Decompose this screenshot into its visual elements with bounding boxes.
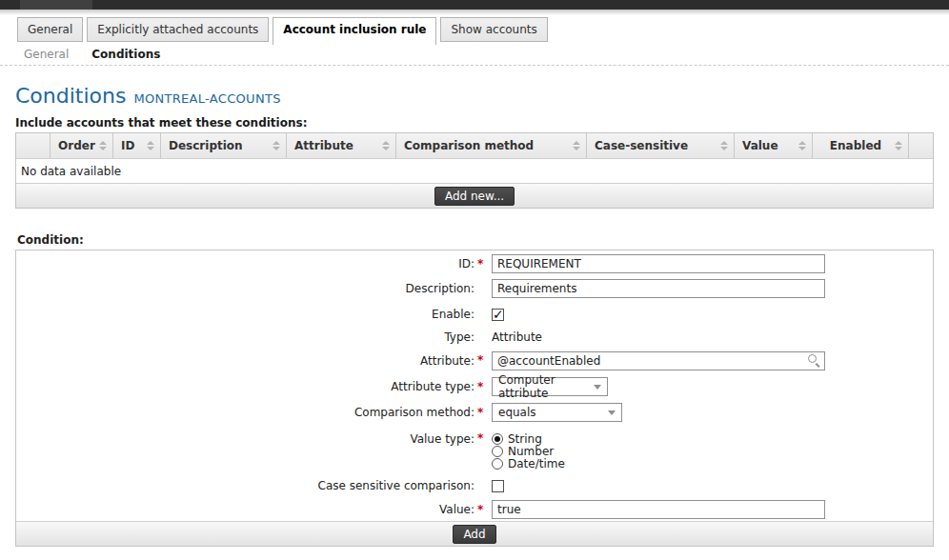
- id-input[interactable]: [492, 254, 825, 273]
- col-id-label: ID: [121, 139, 143, 152]
- col-order[interactable]: Order: [50, 133, 113, 158]
- form-row-attribute-type: Attribute type: * Computer attribute: [16, 377, 933, 396]
- required-asterisk: *: [474, 407, 492, 419]
- col-description-label: Description: [169, 139, 269, 152]
- comparison-method-select[interactable]: equals: [492, 403, 622, 422]
- comparison-method-label: Comparison method:: [16, 406, 474, 419]
- required-asterisk: *: [474, 381, 492, 393]
- col-order-label: Order: [58, 139, 95, 152]
- add-button[interactable]: Add: [453, 525, 495, 544]
- radio-label: Number: [508, 445, 554, 458]
- col-description[interactable]: Description: [161, 133, 287, 158]
- dashed-separator: [0, 65, 949, 66]
- radio-icon[interactable]: [492, 458, 503, 470]
- case-sensitive-checkbox[interactable]: [492, 480, 504, 492]
- attribute-input[interactable]: [492, 351, 825, 370]
- radio-option-string[interactable]: String: [492, 432, 565, 446]
- radio-label: Date/time: [508, 457, 565, 470]
- chevron-down-icon: [608, 410, 616, 415]
- form-row-enable: Enable:: [16, 308, 933, 321]
- sort-icon: [573, 141, 580, 150]
- col-id[interactable]: ID: [113, 133, 161, 158]
- page-subtitle: MONTREAL-ACCOUNTS: [133, 91, 280, 106]
- condition-form-footer: Add: [16, 521, 933, 546]
- radio-icon[interactable]: [492, 446, 503, 457]
- sort-icon: [273, 141, 280, 150]
- form-row-comparison-method: Comparison method: * equals: [16, 403, 933, 422]
- condition-section-label: Condition:: [17, 233, 84, 247]
- col-spacer-right: [909, 133, 933, 158]
- radio-option-datetime[interactable]: Date/time: [492, 457, 565, 470]
- top-bar-fade: [0, 10, 949, 15]
- tab-explicitly-attached-accounts[interactable]: Explicitly attached accounts: [87, 17, 269, 42]
- required-asterisk: *: [474, 258, 492, 270]
- subnav-general[interactable]: General: [24, 48, 69, 61]
- radio-label: String: [508, 432, 542, 446]
- type-label: Type:: [16, 330, 474, 344]
- sort-icon: [798, 141, 806, 150]
- value-input[interactable]: [492, 500, 825, 519]
- description-label: Description:: [16, 282, 474, 295]
- table-empty-row: No data available: [16, 158, 933, 183]
- col-enabled[interactable]: Enabled: [813, 133, 909, 158]
- form-row-id: ID: *: [16, 254, 933, 273]
- intro-text: Include accounts that meet these conditi…: [15, 116, 307, 130]
- case-sensitive-label: Case sensitive comparison:: [16, 479, 474, 492]
- col-value-label: Value: [742, 139, 795, 152]
- tab-account-inclusion-rule[interactable]: Account inclusion rule: [273, 17, 436, 45]
- sort-icon: [720, 141, 728, 150]
- table-header-row: Order ID Description Attribute Compariso…: [16, 133, 933, 158]
- sort-icon: [382, 141, 390, 150]
- tab-general[interactable]: General: [17, 17, 83, 42]
- required-asterisk: *: [474, 432, 492, 445]
- col-enabled-label: Enabled: [820, 139, 891, 152]
- form-row-value-type: Value type: * String Number Date/time: [16, 432, 933, 470]
- comparison-method-value: equals: [498, 406, 536, 419]
- form-row-type: Type: Attribute: [16, 330, 933, 344]
- col-attribute-label: Attribute: [294, 139, 378, 152]
- conditions-table: Order ID Description Attribute Compariso…: [15, 132, 934, 209]
- attribute-type-select[interactable]: Computer attribute: [492, 377, 608, 396]
- type-value: Attribute: [492, 330, 542, 344]
- page-title: Conditions: [15, 84, 126, 108]
- sub-nav: General Conditions: [24, 48, 160, 61]
- form-row-case-sensitive: Case sensitive comparison:: [16, 479, 933, 492]
- attribute-label: Attribute:: [16, 354, 474, 368]
- condition-form: ID: * Description: Enable: Type: Attribu…: [15, 250, 934, 547]
- col-comparison-method-label: Comparison method: [404, 139, 569, 152]
- id-label: ID:: [16, 257, 474, 270]
- form-row-attribute: Attribute: *: [16, 350, 933, 370]
- value-type-label: Value type:: [16, 432, 474, 446]
- form-row-value: Value: *: [16, 500, 933, 519]
- radio-icon[interactable]: [492, 433, 503, 445]
- description-input[interactable]: [492, 279, 825, 298]
- col-spacer-left: [16, 133, 50, 158]
- value-label: Value:: [16, 503, 474, 516]
- sort-icon: [99, 141, 107, 150]
- value-type-radio-group: String Number Date/time: [492, 432, 565, 470]
- page-header: ConditionsMONTREAL-ACCOUNTS: [15, 84, 281, 108]
- col-case-sensitive[interactable]: Case-sensitive: [587, 133, 735, 158]
- enable-checkbox[interactable]: [492, 309, 504, 321]
- subnav-conditions[interactable]: Conditions: [91, 48, 160, 61]
- col-comparison-method[interactable]: Comparison method: [396, 133, 587, 158]
- sort-icon: [895, 141, 902, 150]
- table-footer: Add new...: [16, 183, 933, 208]
- add-new-button[interactable]: Add new...: [434, 187, 515, 206]
- chevron-down-icon: [594, 385, 601, 390]
- attribute-type-label: Attribute type:: [16, 380, 474, 393]
- required-asterisk: *: [474, 354, 492, 367]
- col-case-sensitive-label: Case-sensitive: [595, 139, 717, 152]
- top-bar: [0, 0, 949, 10]
- col-value[interactable]: Value: [735, 133, 813, 158]
- required-asterisk: *: [474, 504, 492, 516]
- enable-label: Enable:: [16, 308, 474, 321]
- no-data-text: No data available: [21, 165, 121, 178]
- top-bar-menu-highlight[interactable]: [20, 0, 92, 10]
- col-attribute[interactable]: Attribute: [287, 133, 396, 158]
- sort-icon: [147, 141, 154, 150]
- main-tabs: General Explicitly attached accounts Acc…: [17, 17, 548, 45]
- tab-show-accounts[interactable]: Show accounts: [440, 17, 547, 42]
- search-icon[interactable]: [808, 354, 820, 367]
- radio-option-number[interactable]: Number: [492, 445, 565, 458]
